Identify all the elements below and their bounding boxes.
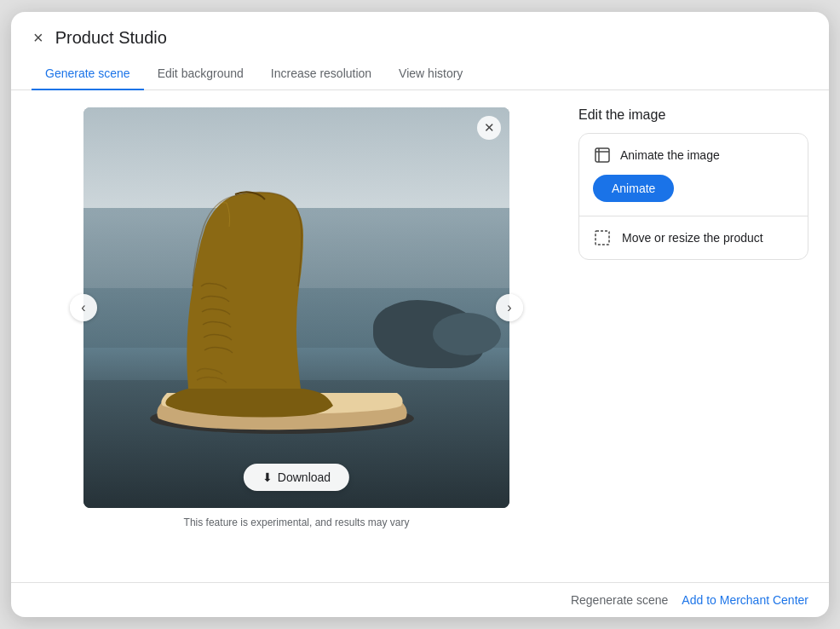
add-to-merchant-button[interactable]: Add to Merchant Center [682, 593, 808, 607]
move-resize-icon [593, 228, 612, 247]
animate-button[interactable]: Animate [593, 175, 674, 202]
animate-icon [593, 146, 612, 164]
svg-rect-1 [595, 148, 609, 162]
close-icon: ✕ [484, 120, 495, 136]
boot-image [137, 167, 427, 440]
rocks-right [433, 313, 501, 355]
animate-header: Animate the image [593, 146, 794, 164]
tabs-nav: Generate scene Edit background Increase … [11, 58, 829, 90]
move-resize-label: Move or resize the product [622, 231, 763, 245]
prev-image-button[interactable]: ‹ [70, 294, 97, 321]
modal-title: Product Studio [55, 28, 167, 48]
tab-generate-scene[interactable]: Generate scene [32, 58, 144, 90]
disclaimer-text: This feature is experimental, and result… [184, 516, 410, 528]
modal-close-button[interactable]: × [32, 27, 45, 48]
animate-section: Animate the image Animate [579, 134, 808, 216]
edit-options-card: Animate the image Animate Move or resize… [578, 133, 808, 260]
image-section: ‹ › ✕ [32, 107, 561, 565]
modal-header: × Product Studio [11, 12, 829, 48]
next-image-button[interactable]: › [496, 294, 523, 321]
tab-increase-resolution[interactable]: Increase resolution [257, 58, 385, 90]
regenerate-scene-button[interactable]: Regenerate scene [571, 593, 668, 607]
modal-body: ‹ › ✕ [11, 90, 829, 582]
download-icon: ⬇ [262, 470, 273, 484]
image-close-button[interactable]: ✕ [477, 116, 501, 140]
download-button[interactable]: ⬇ Download [244, 464, 349, 491]
tab-edit-background[interactable]: Edit background [144, 58, 257, 90]
boot-scene-background [83, 107, 509, 508]
animate-option-label: Animate the image [620, 148, 720, 162]
svg-rect-2 [595, 231, 609, 245]
product-studio-modal: × Product Studio Generate scene Edit bac… [11, 12, 829, 617]
modal-footer: Regenerate scene Add to Merchant Center [11, 582, 829, 617]
right-panel: Edit the image Animate the image [578, 107, 808, 565]
product-image-container: ✕ [83, 107, 509, 508]
move-resize-option[interactable]: Move or resize the product [579, 216, 808, 259]
tab-view-history[interactable]: View history [385, 58, 476, 90]
edit-image-title: Edit the image [578, 107, 808, 123]
